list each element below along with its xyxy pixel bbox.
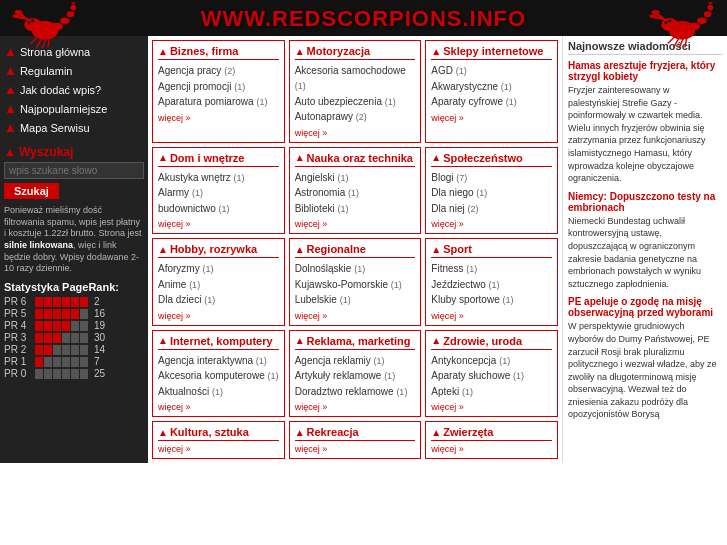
- category-item[interactable]: Angielski (1): [295, 170, 416, 186]
- category-title[interactable]: ▲ Biznes, firma: [158, 45, 279, 60]
- item-count: (1): [476, 188, 487, 198]
- pr-bar: [80, 357, 88, 367]
- category-title[interactable]: ▲ Rekreacja: [295, 426, 416, 441]
- category-item[interactable]: Agencja pracy (2): [158, 63, 279, 79]
- category-item[interactable]: Apteki (1): [431, 384, 552, 400]
- category-item[interactable]: Fitness (1): [431, 261, 552, 277]
- category-item[interactable]: AGD (1): [431, 63, 552, 79]
- pr-label: PR 2: [4, 344, 32, 355]
- search-button[interactable]: Szukaj: [4, 183, 59, 199]
- more-link[interactable]: więcej »: [158, 113, 279, 123]
- more-link[interactable]: więcej »: [431, 402, 552, 412]
- nav-item-add[interactable]: ▲ Jak dodać wpis?: [4, 80, 144, 99]
- category-item[interactable]: Aktualności (1): [158, 384, 279, 400]
- category-box: ▲ Kultura, sztuka więcej »: [152, 421, 285, 459]
- category-item[interactable]: Lubelskie (1): [295, 292, 416, 308]
- more-link[interactable]: więcej »: [158, 444, 279, 454]
- news-item-title[interactable]: Hamas aresztuje fryzjera, który strzygl …: [568, 60, 722, 82]
- category-item[interactable]: Auto ubezpieczenia (1): [295, 94, 416, 110]
- pr-bar: [44, 357, 52, 367]
- more-link[interactable]: więcej »: [295, 444, 416, 454]
- site-title: WWW.REDSCORPIONS.INFO: [201, 6, 526, 32]
- svg-line-30: [679, 39, 683, 48]
- pr-bar: [71, 369, 79, 379]
- category-title[interactable]: ▲ Reklama, marketing: [295, 335, 416, 350]
- category-title[interactable]: ▲ Kultura, sztuka: [158, 426, 279, 441]
- category-box: ▲ Sklepy internetowe AGD (1)Akwarystyczn…: [425, 40, 558, 143]
- category-item[interactable]: Agencji promocji (1): [158, 79, 279, 95]
- category-item[interactable]: Aforyzmy (1): [158, 261, 279, 277]
- category-item[interactable]: Alarmy (1): [158, 185, 279, 201]
- category-item[interactable]: Artykuły reklamowe (1): [295, 368, 416, 384]
- svg-line-12: [36, 38, 42, 47]
- item-count: (1): [499, 356, 510, 366]
- pr-bar: [53, 345, 61, 355]
- news-item-title[interactable]: Niemcy: Dopuszczono testy na embrionach: [568, 191, 722, 213]
- category-box: ▲ Regionalne Dolnośląskie (1)Kujawsko-Po…: [289, 238, 422, 326]
- category-name: Motoryzacja: [307, 45, 371, 57]
- category-item[interactable]: Akcesoria samochodowe (1): [295, 63, 416, 94]
- triangle-icon: ▲: [158, 46, 168, 57]
- category-title[interactable]: ▲ Sklepy internetowe: [431, 45, 552, 60]
- item-count: (2): [467, 204, 478, 214]
- nav-item-regulamin[interactable]: ▲ Regulamin: [4, 61, 144, 80]
- category-name: Biznes, firma: [170, 45, 238, 57]
- category-title[interactable]: ▲ Dom i wnętrze: [158, 152, 279, 167]
- category-title[interactable]: ▲ Sport: [431, 243, 552, 258]
- more-link[interactable]: więcej »: [295, 219, 416, 229]
- category-title[interactable]: ▲ Internet, komputery: [158, 335, 279, 350]
- category-title[interactable]: ▲ Zdrowie, uroda: [431, 335, 552, 350]
- category-title[interactable]: ▲ Zwierzęta: [431, 426, 552, 441]
- triangle-icon: ▲: [431, 244, 441, 255]
- pr-bar: [44, 333, 52, 343]
- more-link[interactable]: więcej »: [158, 311, 279, 321]
- category-item[interactable]: Aparaty słuchowe (1): [431, 368, 552, 384]
- category-item[interactable]: Agencja interaktywna (1): [158, 353, 279, 369]
- category-item[interactable]: Agencja reklamiy (1): [295, 353, 416, 369]
- more-link[interactable]: więcej »: [158, 402, 279, 412]
- nav-item-map[interactable]: ▲ Mapa Serwisu: [4, 118, 144, 137]
- category-item[interactable]: Biblioteki (1): [295, 201, 416, 217]
- category-name: Sklepy internetowe: [443, 45, 543, 57]
- category-item[interactable]: Blogi (7): [431, 170, 552, 186]
- category-item[interactable]: Aparatura pomiarowa (1): [158, 94, 279, 110]
- category-item[interactable]: budownictwo (1): [158, 201, 279, 217]
- category-item[interactable]: Kujawsko-Pomorskie (1): [295, 277, 416, 293]
- item-count: (1): [337, 204, 348, 214]
- pr-bar: [35, 345, 43, 355]
- search-input[interactable]: [4, 162, 144, 179]
- category-item[interactable]: Autonaprawy (2): [295, 109, 416, 125]
- category-item[interactable]: Jeździectwo (1): [431, 277, 552, 293]
- category-item[interactable]: Dla dzieci (1): [158, 292, 279, 308]
- category-title[interactable]: ▲ Motoryzacja: [295, 45, 416, 60]
- category-title[interactable]: ▲ Hobby, rozrywka: [158, 243, 279, 258]
- more-link[interactable]: więcej »: [295, 402, 416, 412]
- category-item[interactable]: Akwarystyczne (1): [431, 79, 552, 95]
- category-item[interactable]: Dla niej (2): [431, 201, 552, 217]
- more-link[interactable]: więcej »: [295, 128, 416, 138]
- category-item[interactable]: Akustyka wnętrz (1): [158, 170, 279, 186]
- category-item[interactable]: Anime (1): [158, 277, 279, 293]
- pr-bar: [62, 309, 70, 319]
- category-title[interactable]: ▲ Regionalne: [295, 243, 416, 258]
- more-link[interactable]: więcej »: [431, 113, 552, 123]
- category-item[interactable]: Dla niego (1): [431, 185, 552, 201]
- category-item[interactable]: Dolnośląskie (1): [295, 261, 416, 277]
- more-link[interactable]: więcej »: [295, 311, 416, 321]
- category-item[interactable]: Kluby sportowe (1): [431, 292, 552, 308]
- category-item[interactable]: Aparaty cyfrowe (1): [431, 94, 552, 110]
- category-item[interactable]: Doradztwo reklamowe (1): [295, 384, 416, 400]
- pr-bar: [62, 333, 70, 343]
- more-link[interactable]: więcej »: [431, 311, 552, 321]
- nav-item-popular[interactable]: ▲ Najpopularniejsze: [4, 99, 144, 118]
- category-title[interactable]: ▲ Społeczeństwo: [431, 152, 552, 167]
- category-item[interactable]: Akcesoria komputerowe (1): [158, 368, 279, 384]
- more-link[interactable]: więcej »: [431, 444, 552, 454]
- category-item[interactable]: Astronomia (1): [295, 185, 416, 201]
- category-item[interactable]: Antykoncepcja (1): [431, 353, 552, 369]
- more-link[interactable]: więcej »: [431, 219, 552, 229]
- more-link[interactable]: więcej »: [158, 219, 279, 229]
- pr-row: PR 025: [4, 368, 144, 379]
- news-item-title[interactable]: PE apeluje o zgodę na misję obserwacyjną…: [568, 296, 722, 318]
- category-title[interactable]: ▲ Nauka oraz technika: [295, 152, 416, 167]
